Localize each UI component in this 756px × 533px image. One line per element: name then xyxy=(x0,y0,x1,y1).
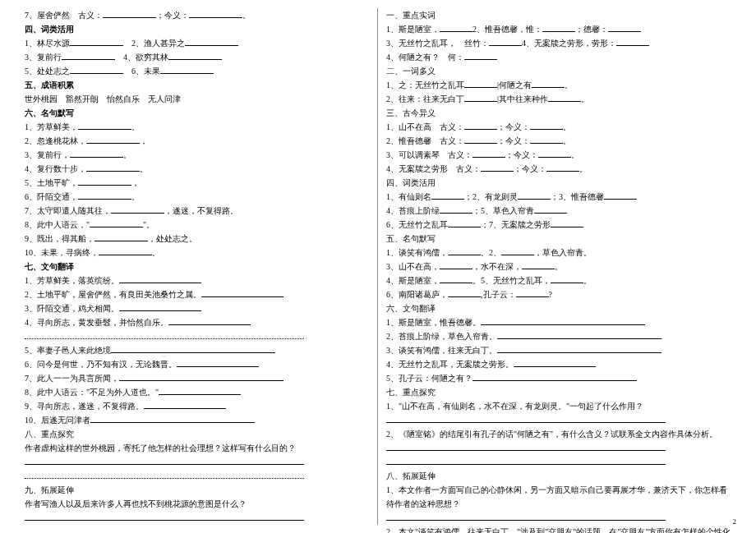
dashed-1 xyxy=(25,329,369,343)
r-sec7: 七、重点探究 xyxy=(386,385,731,399)
r-sec8: 八、拓展延伸 xyxy=(386,469,731,483)
section-7-heading: 七、文句翻译 xyxy=(25,260,369,273)
s7-10: 10、后遂无问津者 xyxy=(25,413,369,427)
r6-4: 4、无丝竹之乱耳，无案牍之劳形。 xyxy=(386,357,731,371)
r-sec4: 四、词类活用 xyxy=(386,176,731,190)
s9-q: 作者写渔人以及后来许多人再也找不到桃花源的意图是什么？ xyxy=(25,497,369,511)
r5-2: 3、山不在高，，水不在深，。 xyxy=(386,260,731,273)
section-8-heading: 八、重点探究 xyxy=(25,427,369,441)
r4-3: 6、无丝竹之乱耳；7、无案牍之劳形 xyxy=(386,218,731,232)
r6-5: 5、孔子云：何陋之有？ xyxy=(386,371,731,385)
r5-1: 1、谈笑有鸿儒，。2、，草色入帘青。 xyxy=(386,246,731,260)
r8-2: 2、本文"谈笑有鸿儒，往来无白丁。"涉及到"交朋友"的话题，在"交朋友"方面你有… xyxy=(386,525,731,533)
r3-1: 1、山不在高 古义：；今义：。 xyxy=(386,120,731,134)
r5-3: 4、斯是陋室，。5、无丝竹之乱耳，。 xyxy=(386,273,731,287)
r3-4: 4、无案牍之劳形 古义：；今义：。 xyxy=(386,162,731,176)
r7-2: 2、《陋室铭》的结尾引有孔子的话"何陋之有"，有什么含义？试联系全文内容作具体分… xyxy=(386,427,731,441)
r6-2: 2、苔痕上阶绿，草色入帘青。 xyxy=(386,329,731,343)
r4-2: 4、苔痕上阶绿；5、草色入帘青 xyxy=(386,204,731,218)
r-blank4 xyxy=(386,511,731,525)
r-blank2 xyxy=(386,441,731,455)
s6-8: 8、此中人语云，""。 xyxy=(25,218,369,232)
s6-10: 10、未果，寻病终，。 xyxy=(25,246,369,260)
r3-2: 2、惟吾德馨 古义：；今义：。 xyxy=(386,134,731,148)
left-column: 7、屋舍俨然 古义：；今义：。 四、词类活用 1、林尽水源 2、渔人甚异之 3、… xyxy=(16,8,378,525)
s6-5: 5、土地平旷，， xyxy=(25,176,369,190)
r8-1: 1、本文作者一方面写自己的心静休闲，另一方面又暗示自己要再展才华，兼济天下，你怎… xyxy=(386,483,731,511)
s7-1: 1、芳草鲜美，落英缤纷。 xyxy=(25,273,369,287)
s6-2: 2、忽逢桃花林，， xyxy=(25,134,369,148)
r2-2: 2、往来：往来无白丁|其中往来种作。 xyxy=(386,92,731,106)
section-9-heading: 九、拓展延伸 xyxy=(25,483,369,497)
r1-1: 1、斯是陋室，2、惟吾德馨，惟：；德馨： xyxy=(386,22,731,36)
s6-3: 3、复前行，。 xyxy=(25,148,369,162)
r-sec5: 五、名句默写 xyxy=(386,232,731,246)
section-5-heading: 五、成语积累 xyxy=(25,78,369,92)
dashed-2 xyxy=(25,469,369,483)
blank-full-2 xyxy=(25,511,369,525)
s7-6: 6、问今是何世，乃不知有汉，无论魏晋。 xyxy=(25,357,369,371)
r1-4: 4、何陋之有？ 何： xyxy=(386,50,731,64)
r-blank3 xyxy=(386,455,731,469)
s8-q: 作者虚构这样的世外桃园，寄托了他怎样的社会理想？这样写有什么目的？ xyxy=(25,441,369,455)
s6-7: 7、太守即遣人随其往，，遂迷，不复得路。 xyxy=(25,204,369,218)
s6-6: 6、阡陌交通，。 xyxy=(25,190,369,204)
s6-9: 9、既出，得其船，，处处志之。 xyxy=(25,232,369,246)
s4-row3: 5、处处志之 6、未果 xyxy=(25,64,369,78)
s7-8: 8、此中人语云："不足为外人道也。" xyxy=(25,385,369,399)
section-4-heading: 四、词类活用 xyxy=(25,22,369,36)
r1-3: 3、无丝竹之乱耳， 丝竹：4、无案牍之劳形，劳形： xyxy=(386,36,731,50)
r-sec1: 一、重点实词 xyxy=(386,8,731,22)
s7-3: 3、阡陌交通，鸡犬相闻。 xyxy=(25,301,369,315)
page-number: 2 xyxy=(733,516,737,528)
r-sec2: 二、一词多义 xyxy=(386,64,731,78)
s7-2: 2、土地平旷，屋舍俨然，有良田美池桑竹之属。 xyxy=(25,287,369,301)
r6-1: 1、斯是陋室，惟吾德馨。 xyxy=(386,315,731,329)
r4-1: 1、有仙则名；2、有龙则灵；3、惟吾德馨 xyxy=(386,190,731,204)
r-blank1 xyxy=(386,413,731,427)
r2-1: 1、之：无丝竹之乱耳|何陋之有。 xyxy=(386,78,731,92)
s7-9: 9、寻向所志，遂迷，不复得路。 xyxy=(25,399,369,413)
section-6-heading: 六、名句默写 xyxy=(25,106,369,120)
right-column: 一、重点实词 1、斯是陋室，2、惟吾德馨，惟：；德馨： 3、无丝竹之乱耳， 丝竹… xyxy=(378,8,740,525)
item-7: 7、屋舍俨然 古义：；今义：。 xyxy=(25,8,369,22)
r3-3: 3、可以调素琴 古义：；今义：。 xyxy=(386,148,731,162)
s5-text: 世外桃园 豁然开朗 怡然自乐 无人问津 xyxy=(25,92,369,106)
s6-4: 4、复行数十步，。 xyxy=(25,162,369,176)
s4-row1: 1、林尽水源 2、渔人甚异之 xyxy=(25,36,369,50)
s7-7: 7、此人一一为具言所闻， xyxy=(25,371,369,385)
s4-row2: 3、复前行 4、欲穷其林 xyxy=(25,50,369,64)
blank-full-1 xyxy=(25,455,369,469)
r-sec6: 六、文句翻译 xyxy=(386,301,731,315)
r5-4: 6、南阳诸葛庐，,孔子云：? xyxy=(386,287,731,301)
s6-1: 1、芳草鲜美，。 xyxy=(25,120,369,134)
blank-full-3 xyxy=(25,525,369,533)
r7-1: 1、"山不在高，有仙则名，水不在深，有龙则灵。"一句起了什么作用？ xyxy=(386,399,731,413)
s7-4: 4、寻向所志，黄发垂髫，并怡然自乐。 xyxy=(25,315,369,329)
r-sec3: 三、古今异义 xyxy=(386,106,731,120)
r6-3: 3、谈笑有鸿儒，往来无白丁。 xyxy=(386,343,731,357)
s7-5: 5、率妻子邑人来此绝境 xyxy=(25,343,369,357)
